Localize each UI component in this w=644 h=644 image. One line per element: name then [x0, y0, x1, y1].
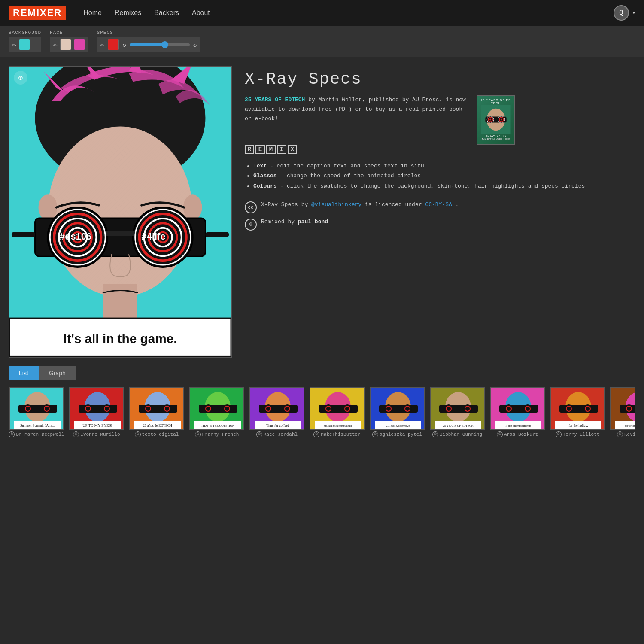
- gallery-item[interactable]: UP TO MY EYES! © Ivonne Murillo: [69, 387, 125, 437]
- gallery-thumb-svg: 25 YEARS OF EDTECH: [431, 388, 485, 430]
- gallery-username: Kate Jordahl: [264, 432, 298, 437]
- gallery-item[interactable]: for creative inspiration © KevinHodgson: [610, 387, 635, 437]
- info-panel: X-Ray Specs 25 YEARS OF EDTECH by Martin…: [245, 66, 635, 358]
- book-cover-subtitle-text: X-RAY SPECS: [486, 134, 506, 137]
- toolbar: BACKGROUND ✏ FACE ✏ SPECS ✏ ↻ ↻: [0, 26, 644, 57]
- specs-refresh-icon[interactable]: ↻: [122, 41, 126, 49]
- gallery-thumb-svg: Is not an experiment!: [491, 388, 545, 430]
- svg-text:Time for coffee?: Time for coffee?: [266, 424, 289, 428]
- gallery-cc-icon: ©: [256, 431, 262, 437]
- gallery-cc-icon: ©: [432, 431, 438, 437]
- gallery-thumb-svg: for the ludic...: [551, 388, 605, 430]
- nav-home[interactable]: Home: [83, 9, 102, 17]
- gallery-cc-icon: ©: [372, 431, 378, 437]
- gallery-user: © Aras Bozkurt: [497, 431, 538, 437]
- svg-point-4: [38, 194, 57, 220]
- gallery-user: © MakeThisButter: [313, 431, 360, 437]
- user-avatar[interactable]: Q: [614, 5, 629, 21]
- gallery-user: © Siobhan Gunning: [432, 431, 482, 437]
- gallery-user: © Franny French: [195, 431, 239, 437]
- nav-about[interactable]: About: [192, 9, 210, 17]
- gallery-thumb: for the ludic...: [550, 387, 605, 430]
- remix-e: E: [255, 145, 265, 154]
- gallery-thumb-svg: #makeThisButter#makeTh: [310, 388, 365, 430]
- gallery-item[interactable]: 25 YEARS OF EDTECH © Siobhan Gunning: [429, 387, 485, 437]
- remix-r: R: [245, 145, 254, 154]
- svg-rect-10: [103, 231, 137, 236]
- nav-links: Home Remixes Backers About: [83, 9, 210, 17]
- tab-graph[interactable]: Graph: [39, 366, 76, 380]
- zoom-icon[interactable]: ⊕: [14, 71, 27, 85]
- face-eyedropper-icon[interactable]: ✏: [53, 40, 58, 49]
- gallery-thumb: 25 YEARS OF EDTECH: [430, 387, 485, 430]
- svg-text:#ds106: #ds106: [60, 231, 91, 242]
- book-promo-text: 25 YEARS OF EDTECH by Martin Weller, pub…: [245, 95, 468, 132]
- specs-controls: ✏ ↻ ↻: [97, 37, 200, 52]
- svg-text:It's all in the game.: It's all in the game.: [64, 331, 177, 346]
- gallery-item[interactable]: for the ludic... © Terry Elliott: [550, 387, 605, 437]
- background-swatch[interactable]: [19, 39, 30, 50]
- gallery-cc-icon: ©: [556, 431, 562, 437]
- gallery-item[interactable]: Time for coffee? © Kate Jordahl: [249, 387, 305, 437]
- gallery-cc-icon: ©: [313, 431, 319, 437]
- features-list: Text - edit the caption text and specs t…: [245, 161, 635, 191]
- gallery-username: Terry Elliott: [563, 432, 600, 437]
- gallery-item[interactable]: #makeThisButter#makeTh © MakeThisButter: [309, 387, 365, 437]
- face-swatch1[interactable]: [60, 39, 71, 50]
- feature-glasses: Glasses - change the speed of the animat…: [253, 171, 635, 181]
- gallery-row: Summer Summit #Alis... © Dr Maren Deepwe…: [9, 387, 635, 437]
- specs-swatch[interactable]: [108, 39, 119, 50]
- face-swatch2[interactable]: [74, 39, 85, 50]
- gallery-thumb-svg: 2.71828182845904823: [371, 388, 425, 430]
- svg-text:28 años de EDTECH: 28 años de EDTECH: [143, 424, 172, 428]
- gallery-item[interactable]: Is not an experiment! © Aras Bozkurt: [489, 387, 545, 437]
- tab-list[interactable]: List: [9, 366, 39, 380]
- book-cover: 25 YEARS OF ED TECH X-RAY SPECS MARTIN W…: [477, 95, 515, 145]
- license-cc-link[interactable]: CC-BY-SA: [425, 201, 452, 208]
- specs-eyedropper-icon[interactable]: ✏: [100, 40, 105, 49]
- remix-m: M: [266, 145, 276, 154]
- gallery-item[interactable]: THAT IS THE QUESTION © Franny French: [189, 387, 245, 437]
- license-by-text: by: [301, 201, 311, 208]
- background-controls: ✏: [9, 37, 41, 52]
- artwork-title: X-Ray Specs: [245, 70, 635, 88]
- background-eyedropper-icon[interactable]: ✏: [12, 40, 16, 49]
- gallery-username: Siobhan Gunning: [440, 432, 482, 437]
- svg-point-36: [489, 119, 491, 121]
- specs-speed-slider[interactable]: [130, 43, 190, 46]
- svg-text:#makeThisButter#makeTh: #makeThisButter#makeTh: [324, 425, 352, 427]
- book-author-text: MARTIN WELLER: [482, 137, 510, 141]
- license-work-name: X-Ray Specs: [261, 201, 298, 208]
- feature-text: Text - edit the caption text and specs t…: [253, 161, 635, 171]
- specs-refresh2-icon[interactable]: ↻: [193, 41, 197, 49]
- user-dropdown[interactable]: ▾: [632, 10, 635, 16]
- license-author-link[interactable]: @visualthinkery: [311, 201, 361, 208]
- nav-backers[interactable]: Backers: [154, 9, 179, 17]
- gallery-cc-icon: ©: [497, 431, 503, 437]
- specs-label: SPECS: [97, 30, 200, 35]
- gallery-cc-icon: ©: [617, 431, 623, 437]
- gallery-thumb-svg: for creative inspiration: [611, 388, 635, 430]
- book-cover-top-text: 25 YEARS OF ED TECH: [479, 99, 513, 105]
- gallery-item[interactable]: 28 años de EDTECH © texto digital: [129, 387, 185, 437]
- gallery-thumb: THAT IS THE QUESTION: [189, 387, 244, 430]
- gallery-thumb: Summer Summit #Alis...: [9, 387, 64, 430]
- gallery-thumb: Is not an experiment!: [490, 387, 545, 430]
- face-label: FACE: [50, 30, 88, 35]
- remixed-row: © Remixed by paul bond: [245, 219, 635, 231]
- face-illustration: #ds106 #4life It's all in the game.: [9, 67, 231, 357]
- artwork-section: ⊕: [9, 66, 232, 358]
- gallery-item[interactable]: 2.71828182845904823 © agnieszka pytel: [369, 387, 425, 437]
- gallery-thumb: for creative inspiration: [610, 387, 635, 430]
- remixed-icon: ©: [245, 219, 257, 231]
- nav-remixes[interactable]: Remixes: [115, 9, 141, 17]
- svg-point-39: [501, 119, 502, 121]
- svg-rect-28: [12, 232, 35, 237]
- gallery-username: Ivonne Murillo: [80, 432, 120, 437]
- gallery-item[interactable]: Summer Summit #Alis... © Dr Maren Deepwe…: [9, 387, 64, 437]
- view-tabs: List Graph: [9, 366, 635, 380]
- gallery-thumb: #makeThisButter#makeTh: [310, 387, 365, 430]
- gallery-user: © Terry Elliott: [556, 431, 600, 437]
- license-text: X-Ray Specs by @visualthinkery is licenc…: [261, 201, 459, 208]
- promo-paragraph: 25 YEARS OF EDTECH by Martin Weller, pub…: [245, 95, 468, 124]
